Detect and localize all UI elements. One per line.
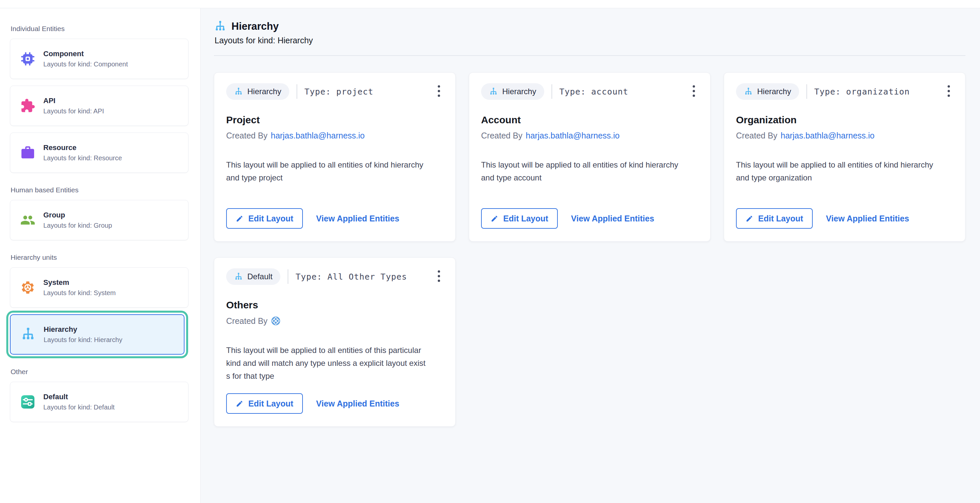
edit-layout-button[interactable]: Edit Layout: [226, 208, 303, 229]
card-menu-kebab-icon[interactable]: [436, 83, 442, 99]
sidebar-item-title: Hierarchy: [44, 325, 123, 334]
card-top-row: Hierarchy Type: account: [481, 83, 698, 100]
section-label: Human based Entities: [11, 186, 188, 194]
type-label: Type: organization: [815, 87, 910, 97]
layout-card-others: Default Type: All Other Types Others Cre…: [214, 257, 456, 427]
kind-badge: Default: [226, 268, 280, 285]
page-subtitle: Layouts for kind: Hierarchy: [215, 36, 966, 45]
kind-badge-label: Hierarchy: [247, 87, 282, 96]
kind-badge-label: Hierarchy: [502, 87, 536, 96]
created-by-link[interactable]: harjas.bathla@harness.io: [781, 131, 875, 140]
view-applied-entities-link[interactable]: View Applied Entities: [571, 214, 654, 224]
edit-layout-button[interactable]: Edit Layout: [736, 208, 813, 229]
created-by-label: Created By: [226, 131, 267, 140]
sidebar-item-title: Resource: [43, 143, 122, 152]
kind-badge: Hierarchy: [736, 83, 799, 100]
group-icon: [20, 213, 35, 228]
view-applied-entities-link[interactable]: View Applied Entities: [826, 214, 909, 224]
card-description: This layout will be applied to all entit…: [226, 158, 443, 184]
default-icon: [20, 394, 35, 409]
sidebar-item-subtitle: Layouts for kind: API: [43, 108, 104, 115]
sidebar-item-text: System Layouts for kind: System: [43, 278, 116, 297]
card-title: Organization: [736, 114, 953, 125]
layout-card-project: Hierarchy Type: project Project Created …: [214, 72, 456, 241]
card-description: This layout will be applied to all entit…: [481, 158, 698, 184]
sidebar-item-text: API Layouts for kind: API: [43, 97, 104, 115]
view-applied-entities-link[interactable]: View Applied Entities: [316, 399, 399, 408]
card-actions: Edit Layout View Applied Entities: [226, 393, 443, 414]
card-menu-kebab-icon[interactable]: [436, 268, 442, 284]
sidebar-item-subtitle: Layouts for kind: Default: [43, 403, 115, 411]
sidebar-item-text: Component Layouts for kind: Component: [43, 49, 128, 68]
main-panel: Hierarchy Layouts for kind: Hierarchy Hi…: [201, 8, 980, 503]
created-by-label: Created By: [481, 131, 522, 140]
hierarchy-icon: [234, 87, 243, 96]
badge-type-divider: [807, 84, 807, 99]
sidebar-item-resource[interactable]: Resource Layouts for kind: Resource: [10, 133, 188, 173]
main-header: Hierarchy: [214, 20, 966, 33]
card-menu-kebab-icon[interactable]: [691, 83, 697, 99]
created-by-row: Created By harjas.bathla@harness.io: [736, 131, 953, 140]
sidebar-item-api[interactable]: API Layouts for kind: API: [10, 86, 188, 126]
hierarchy-icon: [744, 87, 753, 96]
badge-type-divider: [288, 269, 288, 284]
hierarchy-icon: [489, 87, 498, 96]
section-label: Individual Entities: [11, 25, 188, 33]
sidebar-item-title: Group: [43, 211, 112, 219]
kind-badge-label: Default: [247, 272, 272, 281]
card-description: This layout will be applied to all entit…: [226, 344, 443, 382]
top-strip: [0, 0, 980, 8]
sidebar: Individual Entities Component Layouts fo…: [0, 8, 201, 503]
created-by-row: Created By: [226, 316, 443, 326]
created-by-label: Created By: [736, 131, 777, 140]
type-label: Type: account: [560, 87, 628, 97]
header-divider: [214, 55, 966, 56]
sidebar-section-human: Human based Entities Group Layouts for k…: [10, 186, 188, 240]
pencil-icon: [746, 215, 753, 222]
section-label: Hierarchy units: [11, 254, 188, 262]
sidebar-item-default[interactable]: Default Layouts for kind: Default: [10, 382, 188, 422]
edit-layout-button[interactable]: Edit Layout: [226, 393, 303, 414]
layout-cards-grid: Hierarchy Type: project Project Created …: [214, 72, 966, 427]
created-by-row: Created By harjas.bathla@harness.io: [481, 131, 698, 140]
created-by-link[interactable]: harjas.bathla@harness.io: [271, 131, 365, 140]
pencil-icon: [236, 215, 243, 222]
sidebar-item-text: Resource Layouts for kind: Resource: [43, 143, 122, 162]
section-label: Other: [11, 368, 188, 376]
edit-layout-button[interactable]: Edit Layout: [481, 208, 558, 229]
card-menu-kebab-icon[interactable]: [946, 83, 952, 99]
card-title: Others: [226, 300, 443, 311]
sidebar-item-title: System: [43, 278, 116, 287]
view-applied-entities-link[interactable]: View Applied Entities: [316, 214, 399, 224]
card-actions: Edit Layout View Applied Entities: [226, 208, 443, 229]
sidebar-item-group[interactable]: Group Layouts for kind: Group: [10, 200, 188, 240]
card-title: Account: [481, 114, 698, 125]
sidebar-item-hierarchy[interactable]: Hierarchy Layouts for kind: Hierarchy: [10, 314, 185, 355]
sidebar-item-subtitle: Layouts for kind: System: [43, 289, 116, 297]
resource-icon: [20, 145, 35, 160]
hierarchy-icon: [234, 272, 243, 281]
sidebar-item-subtitle: Layouts for kind: Component: [43, 60, 128, 68]
card-top-row: Hierarchy Type: organization: [736, 83, 953, 100]
hierarchy-icon: [214, 20, 226, 33]
type-label: Type: project: [304, 87, 374, 97]
card-actions: Edit Layout View Applied Entities: [736, 208, 953, 229]
component-icon: [20, 51, 35, 67]
api-icon: [20, 98, 35, 113]
pencil-icon: [491, 215, 498, 222]
sidebar-item-title: Component: [43, 49, 128, 58]
sidebar-item-title: Default: [43, 393, 115, 401]
sidebar-item-component[interactable]: Component Layouts for kind: Component: [10, 39, 188, 79]
sidebar-item-subtitle: Layouts for kind: Group: [43, 222, 112, 229]
kind-badge: Hierarchy: [226, 83, 289, 100]
pencil-icon: [236, 400, 243, 408]
sidebar-item-text: Group Layouts for kind: Group: [43, 211, 112, 229]
card-top-row: Default Type: All Other Types: [226, 268, 443, 285]
card-title: Project: [226, 114, 443, 125]
sidebar-section-individual: Individual Entities Component Layouts fo…: [10, 25, 188, 173]
sidebar-item-system[interactable]: System Layouts for kind: System: [10, 267, 188, 308]
layout-card-organization: Hierarchy Type: organization Organizatio…: [724, 72, 966, 241]
badge-type-divider: [297, 84, 297, 99]
created-by-link[interactable]: harjas.bathla@harness.io: [526, 131, 620, 140]
sidebar-item-subtitle: Layouts for kind: Resource: [43, 154, 122, 162]
